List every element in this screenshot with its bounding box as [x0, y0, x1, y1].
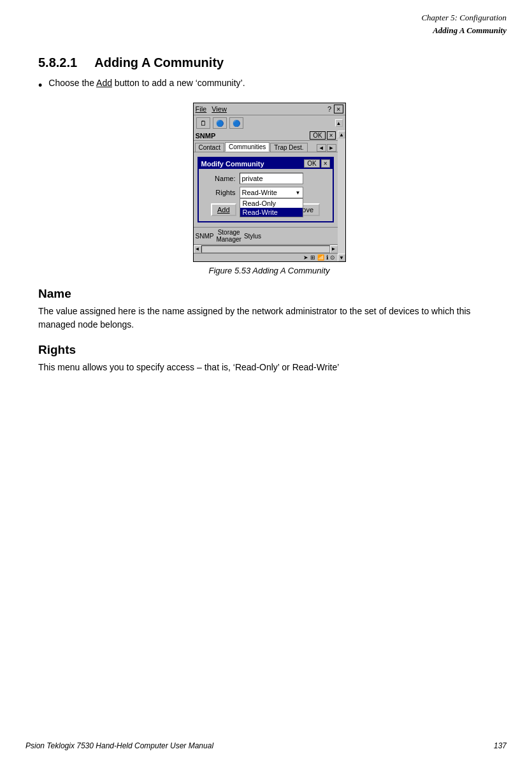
modify-titlebar-btns: OK × — [304, 159, 329, 168]
h-scrollbar: ◄ ► — [194, 244, 338, 253]
menu-view[interactable]: View — [212, 105, 227, 113]
rights-option-readWrite[interactable]: Read-Write — [240, 208, 303, 217]
outer-window-body: SNMP OK × Contact Communities Trap Dest.… — [194, 131, 345, 261]
v-scroll-down-btn[interactable]: ▼ — [338, 254, 345, 261]
tab-contact[interactable]: Contact — [195, 143, 224, 152]
status-icon-5: ⊙ — [330, 254, 335, 261]
name-label: Name: — [204, 175, 236, 182]
outer-titlebar: File View ? × — [194, 103, 345, 115]
menubar: File View — [196, 105, 227, 113]
v-scrollbar[interactable]: ▲ ▼ — [338, 131, 345, 261]
tab-scroll-btns: ◄ ► — [317, 144, 336, 152]
win-screenshot: File View ? × 🗒 🔵 🔵 ▲ — [193, 103, 346, 262]
header-section-title: Adding A Community — [0, 24, 507, 37]
rights-dropdown-container: Read-Write ▼ Read-Only Read-Write — [240, 187, 303, 198]
status-icon-1: ➤ — [303, 254, 308, 261]
modify-titlebar: Modify Community OK × — [199, 158, 333, 169]
toolbar-icon-3[interactable]: 🔵 — [229, 117, 243, 129]
add-btn-label: Add — [217, 206, 230, 214]
tab-scroll-right[interactable]: ► — [327, 144, 336, 152]
taskbar-stylus[interactable]: Stylus — [244, 233, 261, 240]
name-section-heading: Name — [38, 287, 500, 301]
toolbar-area: 🗒 🔵 🔵 ▲ — [194, 115, 345, 131]
status-icon-3: 📶 — [317, 254, 324, 261]
h-scroll-track[interactable] — [201, 245, 330, 253]
name-section-body: The value assigned here is the name assi… — [38, 305, 500, 331]
snmp-label: SNMP — [196, 132, 216, 140]
snmp-bar: SNMP OK × — [194, 131, 338, 141]
rights-section-body: This menu allows you to specify access –… — [38, 361, 500, 374]
snmp-x-btn[interactable]: × — [327, 131, 336, 140]
scroll-up-btn[interactable]: ▲ — [335, 119, 343, 127]
footer-left: Psion Teklogix 7530 Hand-Held Computer U… — [25, 741, 213, 750]
screenshot-container: File View ? × 🗒 🔵 🔵 ▲ — [38, 103, 500, 275]
toolbar-icon-1[interactable]: 🗒 — [196, 117, 210, 129]
v-scroll-track[interactable] — [338, 138, 345, 254]
modify-close-btn[interactable]: × — [321, 159, 330, 168]
v-scroll-top[interactable]: ▲ — [335, 119, 343, 127]
page-footer: Psion Teklogix 7530 Hand-Held Computer U… — [0, 741, 532, 750]
tab-strip: Contact Communities Trap Dest. ◄ ► — [194, 141, 338, 152]
page-header: Chapter 5: Configuration Adding A Commun… — [0, 0, 532, 36]
modify-dialog-title: Modify Community — [201, 160, 264, 168]
name-row: Name: — [204, 173, 327, 184]
modify-body: Name: Rights Read-Write ▼ — [199, 169, 333, 221]
modify-community-dialog: Modify Community OK × Name: — [198, 157, 334, 222]
snmp-bar-btns: OK × — [310, 131, 335, 140]
rights-section-heading: Rights — [38, 343, 500, 357]
chapter-line: Chapter 5: Configuration — [0, 11, 507, 24]
toolbar-icon-2[interactable]: 🔵 — [213, 117, 227, 129]
dropdown-arrow-icon: ▼ — [296, 190, 301, 196]
section-title-text: Adding A Community — [94, 55, 224, 69]
section-heading: 5.8.2.1 Adding A Community — [38, 55, 500, 70]
rights-selected-value: Read-Write — [242, 189, 277, 196]
tab-content-area: Modify Community OK × Name: — [194, 152, 338, 227]
rights-label: Rights — [204, 189, 236, 196]
tab-scroll-left[interactable]: ◄ — [317, 144, 326, 152]
page-content: 5.8.2.1 Adding A Community • Choose the … — [0, 36, 532, 395]
h-scroll-left-btn[interactable]: ◄ — [194, 245, 201, 253]
figure-caption: Figure 5.53 Adding A Community — [208, 266, 329, 275]
snmp-ok-btn[interactable]: OK — [310, 131, 325, 140]
add-btn[interactable]: Add — [211, 203, 236, 216]
modify-ok-btn[interactable]: OK — [304, 159, 319, 168]
add-link[interactable]: Add — [96, 78, 112, 88]
outer-window-main: SNMP OK × Contact Communities Trap Dest.… — [194, 131, 338, 261]
tab-trap-dest[interactable]: Trap Dest. — [270, 143, 307, 152]
v-scroll-up-btn[interactable]: ▲ — [338, 131, 345, 138]
taskbar-storage[interactable]: Storage Manager — [216, 229, 241, 243]
rights-dropdown-list: Read-Only Read-Write — [240, 198, 303, 217]
menu-help[interactable]: ? — [327, 105, 331, 113]
h-scroll-right-btn[interactable]: ► — [330, 245, 338, 253]
rights-dropdown[interactable]: Read-Write ▼ — [240, 187, 303, 198]
bullet-text: Choose the Add button to add a new ‘comm… — [48, 78, 245, 88]
status-icon-2: ⊞ — [310, 254, 315, 261]
tab-communities[interactable]: Communities — [225, 142, 270, 152]
bullet-item: • Choose the Add button to add a new ‘co… — [38, 78, 500, 92]
window-close-btn[interactable]: × — [334, 105, 343, 113]
section-number: 5.8.2.1 — [38, 55, 77, 69]
footer-right: 137 — [494, 741, 507, 750]
rights-option-readOnly[interactable]: Read-Only — [240, 199, 303, 208]
bullet-dot: • — [38, 79, 42, 92]
taskbar-snmp[interactable]: SNMP — [196, 233, 214, 240]
status-bar: ➤ ⊞ 📶 ℹ ⊙ — [194, 253, 338, 261]
taskbar-area: SNMP Storage Manager Stylus — [194, 227, 338, 244]
menu-file[interactable]: File — [196, 105, 207, 113]
status-icon-4: ℹ — [326, 254, 328, 261]
name-input[interactable] — [240, 173, 303, 184]
rights-row: Rights Read-Write ▼ Read-Only — [204, 187, 327, 198]
